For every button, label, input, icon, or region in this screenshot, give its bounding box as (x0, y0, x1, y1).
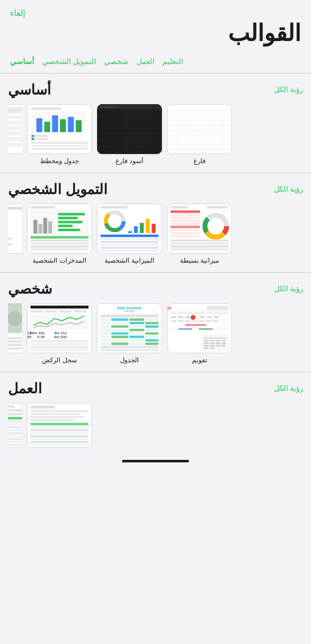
svg-rect-165 (146, 325, 159, 328)
tab-work[interactable]: العمل (134, 56, 156, 67)
svg-rect-242 (8, 441, 22, 443)
svg-rect-179 (112, 339, 128, 341)
svg-rect-122 (170, 248, 228, 250)
svg-rect-250 (30, 423, 88, 425)
svg-rect-235 (8, 420, 22, 422)
card-personal-budget[interactable]: الميزانية الشخصية (97, 204, 162, 264)
svg-rect-251 (30, 426, 88, 428)
svg-rect-112 (170, 229, 200, 231)
svg-rect-108 (170, 217, 200, 219)
svg-rect-81 (30, 236, 88, 238)
svg-rect-16 (68, 117, 74, 132)
svg-rect-78 (58, 221, 82, 223)
card-blank[interactable]: فارغ (167, 104, 232, 165)
work-section-title: العمل (8, 380, 42, 397)
bottom-bar (0, 456, 311, 470)
svg-rect-249 (30, 419, 75, 421)
svg-rect-163 (112, 325, 128, 328)
svg-rect-171 (112, 332, 128, 334)
svg-rect-186 (100, 346, 158, 348)
finance-see-all[interactable]: رؤية الكل (274, 185, 303, 194)
tab-personal-finance[interactable]: التمويل الشخصي (40, 56, 98, 67)
svg-rect-212 (178, 328, 192, 330)
svg-rect-19 (32, 138, 34, 140)
svg-rect-8 (8, 142, 22, 146)
svg-rect-162 (100, 325, 110, 328)
svg-point-200 (190, 315, 196, 320)
svg-rect-205 (178, 320, 184, 322)
svg-rect-202 (207, 316, 212, 318)
svg-rect-107 (170, 214, 200, 216)
svg-rect-7 (8, 137, 22, 141)
svg-rect-226 (216, 345, 220, 346)
basic-cards-row: جدول ومخطط (8, 104, 303, 173)
work-see-all[interactable]: رؤية الكل (274, 384, 303, 393)
svg-rect-76 (58, 213, 85, 215)
card-personal-savings[interactable]: المدخرات الشخصية (27, 204, 92, 264)
card-work-lorem[interactable] (27, 403, 92, 448)
tabs-row: أساسي التمويل الشخصي شخصي العمل التعليم (0, 56, 311, 73)
svg-rect-166 (100, 329, 110, 331)
svg-rect-65 (8, 237, 12, 239)
card-black-empty[interactable]: أسود فارغ (97, 104, 162, 165)
card-stocks-partial[interactable] (8, 204, 22, 264)
svg-rect-240 (8, 435, 22, 437)
card-calendar[interactable]: September (167, 303, 232, 364)
card-renew-partial[interactable] (8, 303, 22, 364)
basic-section-title: أساسي (8, 82, 51, 98)
card-black-label: أسود فارغ (116, 157, 144, 165)
card-work-partial[interactable] (8, 403, 22, 448)
svg-rect-183 (112, 342, 128, 345)
svg-rect-72 (34, 220, 38, 234)
svg-rect-257 (30, 444, 88, 446)
svg-rect-231 (8, 405, 14, 407)
svg-rect-120 (170, 242, 228, 244)
personal-section-title: شخصي (8, 281, 52, 297)
svg-rect-134 (30, 305, 88, 308)
svg-rect-98 (100, 238, 158, 240)
svg-rect-15 (60, 119, 66, 132)
tab-basic[interactable]: أساسي (8, 56, 36, 67)
work-section: رؤية الكل العمل (0, 372, 311, 456)
svg-rect-245 (30, 405, 55, 408)
svg-rect-215 (204, 337, 226, 339)
card-daily-schedule[interactable]: Daily Schedule Fall 2020 (97, 303, 162, 364)
svg-rect-175 (112, 335, 128, 338)
svg-rect-173 (146, 332, 159, 334)
tab-education[interactable]: التعليم (160, 56, 185, 67)
svg-rect-169 (146, 329, 159, 331)
svg-rect-77 (58, 217, 78, 219)
svg-rect-190 (207, 305, 228, 310)
svg-rect-6 (8, 132, 22, 136)
svg-rect-79 (58, 225, 73, 227)
svg-rect-217 (210, 340, 215, 341)
svg-rect-159 (112, 322, 128, 324)
svg-rect-2 (8, 107, 22, 113)
svg-rect-157 (146, 318, 159, 321)
svg-rect-93 (134, 226, 138, 233)
svg-rect-149 (30, 349, 88, 351)
svg-rect-67 (8, 243, 12, 245)
card-simple-budget[interactable]: ميزانية بسيطة (167, 204, 232, 264)
svg-rect-228 (204, 347, 209, 349)
basic-see-all[interactable]: رؤية الكل (274, 85, 303, 94)
svg-rect-83 (30, 242, 88, 244)
svg-rect-3 (8, 115, 22, 119)
card-running-log[interactable]: 3.19 28m 40s 9m 21s 31.85 4:35 6m 54s سج… (27, 303, 92, 364)
svg-text:6m 54s: 6m 54s (54, 334, 67, 339)
svg-rect-96 (152, 224, 156, 233)
svg-rect-132 (8, 347, 22, 349)
card-chart-table[interactable]: جدول ومخطط (27, 104, 92, 165)
svg-rect-139 (30, 314, 88, 330)
svg-rect-146 (30, 340, 88, 342)
header: إلغاء القوالب (0, 0, 311, 56)
personal-see-all[interactable]: رؤية الكل (274, 284, 303, 293)
tab-personal[interactable]: شخصي (102, 56, 130, 67)
svg-rect-213 (199, 328, 213, 330)
svg-rect-20 (36, 135, 48, 137)
card-simple-budget-label: ميزانية بسيطة (180, 257, 220, 264)
cancel-button[interactable]: إلغاء (10, 8, 301, 19)
svg-rect-97 (100, 234, 158, 237)
card-basic-partial[interactable] (8, 104, 22, 165)
svg-rect-4 (8, 121, 22, 125)
